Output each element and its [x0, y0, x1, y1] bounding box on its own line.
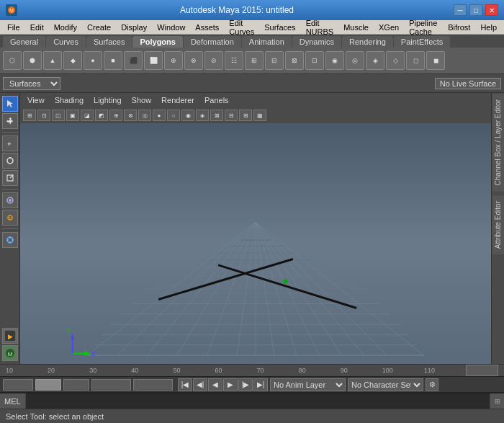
shelf-icon-17[interactable]: ◎: [346, 51, 364, 70]
close-button[interactable]: ✕: [485, 4, 498, 16]
shelf-icon-7[interactable]: ⬜: [144, 51, 163, 70]
vp-tool-btn-10[interactable]: ○: [167, 110, 180, 121]
vp-tool-btn-12[interactable]: ◈: [196, 110, 209, 121]
shelf-icon-21[interactable]: ◼: [426, 51, 445, 70]
vp-tool-btn-1[interactable]: ⊡: [37, 110, 50, 121]
shelf-icon-16[interactable]: ◉: [325, 51, 344, 70]
menu-item-assets[interactable]: Assets: [191, 22, 223, 32]
shelf-icon-12[interactable]: ⊞: [245, 51, 264, 70]
menu-item-bifrost[interactable]: Bifrost: [444, 22, 474, 32]
vp-menu-renderer[interactable]: Renderer: [157, 95, 199, 105]
vp-tool-btn-4[interactable]: ◪: [81, 110, 94, 121]
shelf-tab-deformation[interactable]: Deformation: [184, 36, 241, 48]
maximize-button[interactable]: □: [469, 4, 482, 16]
menu-item-edit-curves[interactable]: Edit Curves: [225, 18, 258, 37]
vp-tool-btn-8[interactable]: ◎: [138, 110, 151, 121]
vp-menu-panels[interactable]: Panels: [200, 95, 233, 105]
range-end-input[interactable]: 200.00: [133, 379, 173, 391]
shelf-icon-5[interactable]: ■: [104, 51, 122, 70]
lasso-tool-button[interactable]: ⌖: [2, 135, 18, 151]
shelf-tab-animation[interactable]: Animation: [242, 36, 292, 48]
shelf-icon-20[interactable]: ◻: [406, 51, 425, 70]
shelf-icon-1[interactable]: ⬢: [23, 51, 42, 70]
go-start-button[interactable]: |◀: [178, 378, 192, 391]
mel-input[interactable]: [26, 393, 490, 409]
shelf-tab-general[interactable]: General: [3, 36, 45, 48]
shelf-tab-curves[interactable]: Curves: [46, 36, 86, 48]
shelf-icon-19[interactable]: ◇: [386, 51, 405, 70]
shelf-icon-10[interactable]: ⊘: [204, 51, 223, 70]
render-settings-button[interactable]: ▶: [2, 328, 18, 344]
menu-item-create[interactable]: Create: [83, 22, 115, 32]
select-tool-button[interactable]: [2, 96, 18, 112]
soft-mod-button[interactable]: [2, 192, 18, 208]
step-forward-button[interactable]: |▶: [238, 378, 253, 391]
vp-tool-btn-15[interactable]: ⊞: [239, 110, 252, 121]
menu-item-help[interactable]: Help: [476, 22, 501, 32]
char-set-select[interactable]: No Character Set: [348, 378, 423, 391]
shelf-icon-2[interactable]: ▲: [43, 51, 62, 70]
move-tool-button[interactable]: [2, 113, 18, 129]
vp-tool-btn-6[interactable]: ⊕: [109, 110, 122, 121]
script-editor-icon[interactable]: ⊞: [490, 393, 504, 409]
maya-icon-button[interactable]: M: [2, 345, 18, 361]
vp-menu-shading[interactable]: Shading: [50, 95, 88, 105]
play-forward-button[interactable]: ▶: [223, 378, 238, 391]
menu-item-window[interactable]: Window: [153, 22, 189, 32]
shelf-tab-painteffects[interactable]: PaintEffects: [394, 36, 451, 48]
shelf-icon-13[interactable]: ⊟: [265, 51, 284, 70]
vp-menu-view[interactable]: View: [23, 95, 49, 105]
vp-menu-show[interactable]: Show: [127, 95, 156, 105]
shelf-icon-3[interactable]: ◆: [63, 51, 82, 70]
menu-item-xgen[interactable]: XGen: [374, 22, 403, 32]
menu-item-muscle[interactable]: Muscle: [339, 22, 373, 32]
minimize-button[interactable]: ─: [454, 4, 467, 16]
shelf-tab-surfaces[interactable]: Surfaces: [86, 36, 132, 48]
shelf-icon-0[interactable]: ⬡: [3, 51, 22, 70]
shelf-dropdown[interactable]: Surfaces: [3, 77, 60, 90]
rotate-tool-button[interactable]: [2, 153, 18, 169]
go-end-button[interactable]: ▶|: [253, 378, 268, 391]
shelf-icon-15[interactable]: ⊡: [305, 51, 324, 70]
vp-menu-lighting[interactable]: Lighting: [89, 95, 126, 105]
vp-tool-btn-16[interactable]: ▦: [253, 110, 266, 121]
end-frame-input[interactable]: 120: [63, 379, 89, 391]
menu-item-modify[interactable]: Modify: [50, 22, 81, 32]
frame-value-input[interactable]: 1: [35, 379, 61, 391]
snap-tool-button[interactable]: [2, 232, 18, 248]
step-back-button[interactable]: ◀|: [193, 378, 207, 391]
shelf-icon-6[interactable]: ⬛: [124, 51, 143, 70]
attribute-editor-tab[interactable]: Attribute Editor: [492, 195, 504, 254]
show-manip-button[interactable]: ⚙: [2, 210, 18, 226]
channel-box-tab[interactable]: Channel Box / Layer Editor: [492, 93, 504, 192]
shelf-icon-11[interactable]: ☷: [225, 51, 243, 70]
scale-tool-button[interactable]: [2, 170, 18, 186]
current-frame-input[interactable]: 1.00: [466, 365, 498, 376]
menu-item-edit[interactable]: Edit: [26, 22, 48, 32]
viewport[interactable]: ViewShadingLightingShowRendererPanels ⊞⊡…: [20, 93, 491, 364]
shelf-icon-8[interactable]: ⊕: [164, 51, 183, 70]
shelf-icon-9[interactable]: ⊗: [184, 51, 203, 70]
vp-tool-btn-14[interactable]: ⊟: [225, 110, 238, 121]
vp-tool-btn-9[interactable]: ●: [153, 110, 166, 121]
menu-item-edit-nurbs[interactable]: Edit NURBS: [302, 18, 338, 37]
shelf-tab-polygons[interactable]: Polygons: [132, 36, 183, 48]
menu-item-surfaces[interactable]: Surfaces: [260, 22, 300, 32]
vp-tool-btn-13[interactable]: ⊠: [210, 110, 223, 121]
anim-layer-select[interactable]: No Anim Layer: [270, 378, 346, 391]
vp-tool-btn-5[interactable]: ◩: [95, 110, 108, 121]
play-back-button[interactable]: ◀: [208, 378, 222, 391]
vp-tool-btn-0[interactable]: ⊞: [23, 110, 36, 121]
vp-tool-btn-11[interactable]: ◉: [181, 110, 194, 121]
range-start-input[interactable]: 120.00: [91, 379, 131, 391]
vp-tool-btn-2[interactable]: ◫: [52, 110, 65, 121]
menu-item-display[interactable]: Display: [117, 22, 151, 32]
shelf-icon-14[interactable]: ⊠: [285, 51, 304, 70]
shelf-icon-4[interactable]: ●: [84, 51, 102, 70]
shelf-icon-18[interactable]: ◈: [366, 51, 384, 70]
shelf-tab-dynamics[interactable]: Dynamics: [292, 36, 341, 48]
vp-tool-btn-3[interactable]: ▣: [66, 110, 79, 121]
menu-item-pipeline-cache[interactable]: Pipeline Cache: [405, 18, 442, 37]
start-frame-input[interactable]: 1.00: [3, 379, 33, 391]
preferences-button[interactable]: ⚙: [426, 378, 438, 391]
